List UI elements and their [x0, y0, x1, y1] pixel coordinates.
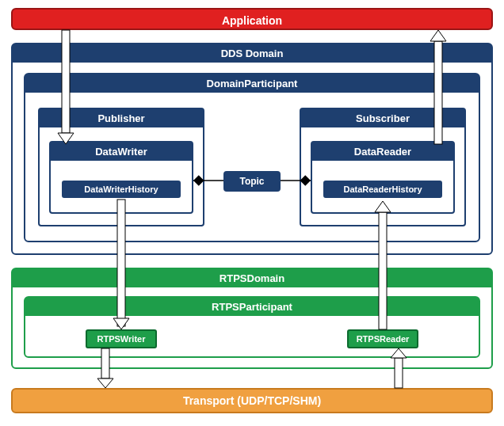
- topic-box: Topic: [223, 171, 281, 192]
- svg-marker-3: [430, 30, 446, 41]
- rtps-writer: RTPSWriter: [86, 329, 157, 348]
- datareader-box: DataReader: [311, 141, 455, 214]
- rtps-reader: RTPSReader: [347, 329, 418, 348]
- datawriter-header: DataWriter: [51, 143, 192, 161]
- domain-participant-header: DomainParticipant: [25, 74, 479, 93]
- rtps-participant-header: RTPSParticipant: [25, 298, 479, 316]
- datareader-header: DataReader: [312, 143, 453, 161]
- rtps-participant-box: RTPSParticipant: [24, 296, 480, 358]
- datareader-history: DataReaderHistory: [323, 181, 442, 198]
- datawriter-box: DataWriter: [49, 141, 193, 214]
- subscriber-header: Subscriber: [301, 109, 464, 127]
- svg-marker-9: [97, 378, 113, 388]
- application-box: Application: [11, 8, 493, 30]
- publisher-header: Publisher: [40, 109, 203, 127]
- transport-box: Transport (UDP/TCP/SHM): [11, 388, 493, 413]
- datawriter-history: DataWriterHistory: [62, 181, 181, 198]
- dds-domain-header: DDS Domain: [13, 44, 491, 63]
- rtps-domain-header: RTPSDomain: [13, 269, 491, 287]
